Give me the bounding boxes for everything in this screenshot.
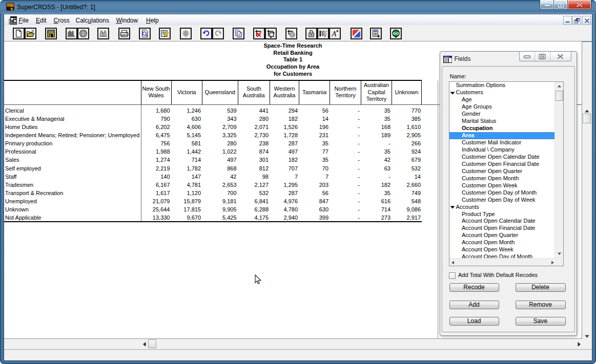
svg-text:GO: GO [393,31,399,36]
svg-text:A: A [331,30,337,38]
